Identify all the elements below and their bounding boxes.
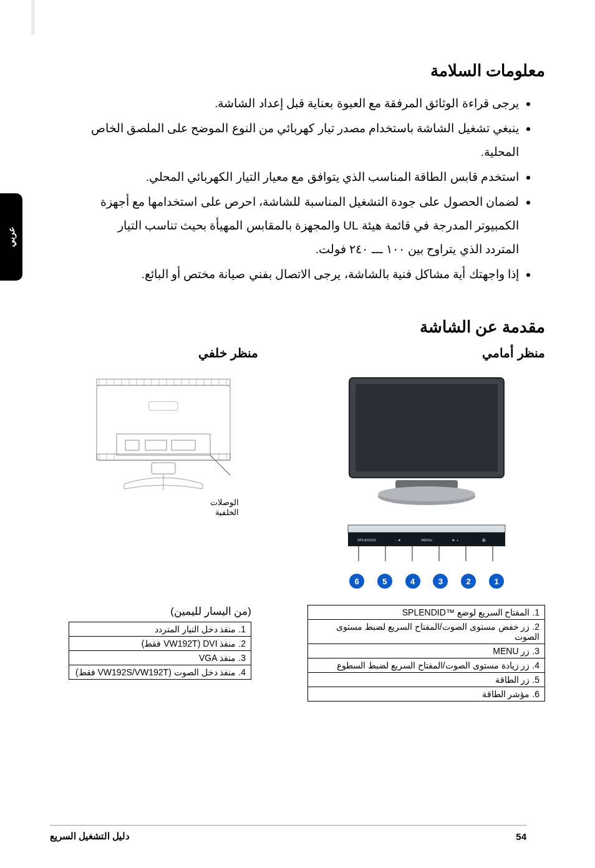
- table-row: 6. مؤشر الطاقة: [308, 687, 545, 702]
- table-row: 2. زر خفض مستوى الصوت/المفتاح السريع لضب…: [308, 620, 545, 644]
- side-language-tab: عربي: [0, 193, 22, 281]
- svg-rect-5: [348, 525, 505, 533]
- page-number: 54: [516, 831, 526, 842]
- front-legend-table: 1. المفتاح السريع لوضع ™SPLENDID 2. زر خ…: [307, 605, 545, 702]
- svg-text:MENU: MENU: [421, 538, 432, 542]
- table-row: 4. زر زيادة مستوى الصوت/المفتاح السريع ل…: [308, 658, 545, 673]
- svg-rect-50: [152, 463, 175, 474]
- page-footer: 54 دليل التشغيل السريع: [50, 825, 526, 842]
- side-tab-label: عربي: [6, 227, 16, 247]
- table-row: 4. منفذ دخل الصوت (VW192S/VW192T فقط): [69, 665, 251, 680]
- front-view-figure: [308, 374, 545, 518]
- safety-bullet: يرجى قراءة الوثائق المرفقة مع العبوة بعن…: [86, 92, 519, 115]
- safety-bullet: لضمان الحصول على جودة التشغيل المناسبة ل…: [86, 190, 519, 261]
- button-panel-icon: SPLENDID ◄ - MENU + ► ⏻: [346, 523, 508, 566]
- safety-bullet: ينبغي تشغيل الشاشة باستخدام مصدر تيار كه…: [86, 117, 519, 164]
- svg-text:⏻: ⏻: [482, 538, 486, 542]
- svg-point-4: [378, 486, 475, 501]
- svg-rect-1: [356, 384, 498, 471]
- front-callouts: SPLENDID ◄ - MENU + ► ⏻: [308, 523, 545, 589]
- callout-number: 5: [377, 574, 392, 589]
- safety-bullet: إذا واجهتك أية مشاكل فنية بالشاشة، يرجى …: [86, 263, 519, 286]
- safety-heading: معلومات السلامة: [69, 61, 545, 80]
- svg-text:SPLENDID: SPLENDID: [357, 538, 377, 542]
- table-row: 3. منفذ VGA: [69, 651, 251, 665]
- callout-number: 1: [489, 574, 504, 589]
- rear-legend-table: 1. منفذ دخل التيار المتردد 2. منفذ DVI (…: [69, 622, 251, 680]
- svg-rect-18: [97, 379, 230, 385]
- monitor-rear-icon: [92, 374, 235, 499]
- callout-number: 3: [433, 574, 448, 589]
- table-row: 2. منفذ DVI (VW192T فقط): [69, 637, 251, 651]
- table-row: 1. المفتاح السريع لوضع ™SPLENDID: [308, 605, 545, 620]
- safety-bullet-list: يرجى قراءة الوثائق المرفقة مع العبوة بعن…: [69, 92, 545, 286]
- rear-view-figure: الوصلات الخلفية: [69, 374, 258, 499]
- table-row: 3. زر MENU: [308, 644, 545, 658]
- rear-view-title: منظر خلفي: [69, 345, 258, 360]
- callout-number: 2: [461, 574, 476, 589]
- table-row: 5. زر الطاقة: [308, 673, 545, 687]
- intro-heading: مقدمة عن الشاشة: [69, 317, 545, 337]
- safety-bullet: استخدم قابس الطاقة المناسب الذي يتوافق م…: [86, 165, 519, 189]
- svg-rect-41: [145, 440, 167, 450]
- rear-legend-wrap: (من اليسار لليمين) 1. منفذ دخل التيار ال…: [69, 605, 251, 680]
- svg-text:+ ►: + ►: [452, 538, 459, 542]
- callout-number: 6: [349, 574, 364, 589]
- svg-rect-40: [125, 440, 139, 450]
- footer-title: دليل التشغيل السريع: [50, 831, 130, 842]
- callout-numbers: 1 2 3 4 5 6: [346, 574, 508, 589]
- monitor-front-icon: [346, 374, 508, 518]
- svg-text:◄ -: ◄ -: [395, 538, 401, 542]
- svg-rect-38: [149, 402, 178, 410]
- rear-legend-caption: (من اليسار لليمين): [69, 605, 251, 618]
- callout-number: 4: [405, 574, 420, 589]
- front-view-title: منظر أمامي: [308, 345, 545, 360]
- rear-connectors-label: الوصلات الخلفية: [210, 498, 239, 518]
- svg-rect-42: [172, 440, 195, 450]
- table-row: 1. منفذ دخل التيار المتردد: [69, 622, 251, 637]
- front-legend-wrap: 1. المفتاح السريع لوضع ™SPLENDID 2. زر خ…: [307, 605, 545, 702]
